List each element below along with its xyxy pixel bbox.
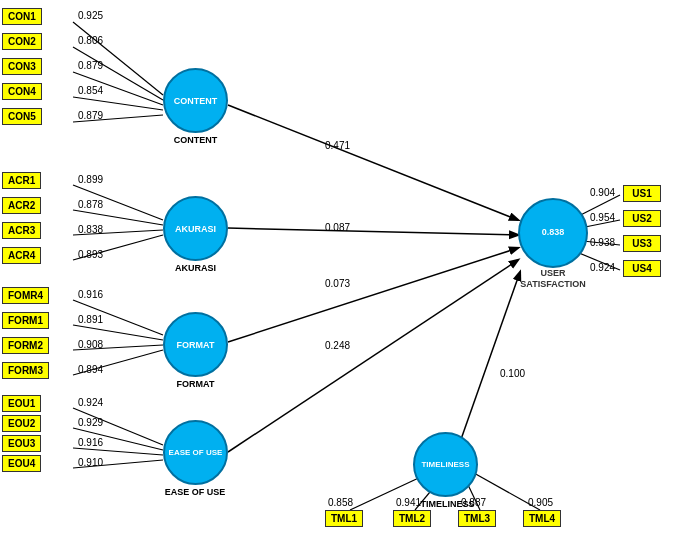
tml4-loading: 0.905: [528, 497, 553, 508]
tml4-box: TML4: [523, 510, 561, 527]
tml1-loading: 0.858: [328, 497, 353, 508]
eou2-box: EOU2: [2, 415, 41, 432]
eou4-box: EOU4: [2, 455, 41, 472]
path-content-sat: 0.471: [325, 140, 350, 151]
us1-box: US1: [623, 185, 661, 202]
acr3-loading: 0.838: [78, 224, 103, 235]
con3-loading: 0.879: [78, 60, 103, 71]
form3-loading: 0.894: [78, 364, 103, 375]
con3-box: CON3: [2, 58, 42, 75]
acr1-box: ACR1: [2, 172, 41, 189]
us2-box: US2: [623, 210, 661, 227]
eou1-box: EOU1: [2, 395, 41, 412]
svg-line-10: [73, 325, 163, 340]
path-timeliness-sat: 0.100: [500, 368, 525, 379]
svg-line-29: [453, 272, 520, 462]
con1-loading: 0.925: [78, 10, 103, 21]
form2-loading: 0.908: [78, 339, 103, 350]
path-eou-sat: 0.248: [325, 340, 350, 351]
form1-loading: 0.891: [78, 314, 103, 325]
acr1-loading: 0.899: [78, 174, 103, 185]
timeliness-circle: TIMELINESS: [413, 432, 478, 497]
us4-box: US4: [623, 260, 661, 277]
svg-line-6: [73, 210, 163, 225]
content-label: CONTENT: [163, 135, 228, 145]
us2-loading: 0.954: [590, 212, 615, 223]
con1-box: CON1: [2, 8, 42, 25]
satisfaction-circle: 0.838: [518, 198, 588, 268]
svg-line-28: [228, 260, 518, 452]
us3-box: US3: [623, 235, 661, 252]
acr2-loading: 0.878: [78, 199, 103, 210]
con4-loading: 0.854: [78, 85, 103, 96]
eou-circle: EASE OF USE: [163, 420, 228, 485]
tml1-box: TML1: [325, 510, 363, 527]
fomr4-box: FOMR4: [2, 287, 49, 304]
eou-label: EASE OF USE: [155, 487, 235, 497]
form3-box: FORM3: [2, 362, 49, 379]
akurasi-circle: AKURASI: [163, 196, 228, 261]
eou3-loading: 0.916: [78, 437, 103, 448]
con2-loading: 0.806: [78, 35, 103, 46]
form2-box: FORM2: [2, 337, 49, 354]
eou3-box: EOU3: [2, 435, 41, 452]
path-format-sat: 0.073: [325, 278, 350, 289]
acr4-loading: 0.893: [78, 249, 103, 260]
form1-box: FORM1: [2, 312, 49, 329]
path-diagram: CON1 CON2 CON3 CON4 CON5 0.925 0.806 0.8…: [0, 0, 700, 555]
path-akurasi-sat: 0.087: [325, 222, 350, 233]
timeliness-label: TIMELINESS: [410, 499, 485, 509]
svg-line-26: [228, 228, 518, 235]
svg-line-27: [228, 248, 518, 342]
eou2-loading: 0.929: [78, 417, 103, 428]
content-circle: CONTENT: [163, 68, 228, 133]
svg-line-3: [73, 97, 163, 110]
acr3-box: ACR3: [2, 222, 41, 239]
con5-box: CON5: [2, 108, 42, 125]
acr4-box: ACR4: [2, 247, 41, 264]
tml3-box: TML3: [458, 510, 496, 527]
format-label: FORMAT: [163, 379, 228, 389]
us1-loading: 0.904: [590, 187, 615, 198]
acr2-box: ACR2: [2, 197, 41, 214]
fomr4-loading: 0.916: [78, 289, 103, 300]
eou4-loading: 0.910: [78, 457, 103, 468]
us3-loading: 0.938: [590, 237, 615, 248]
eou1-loading: 0.924: [78, 397, 103, 408]
con4-box: CON4: [2, 83, 42, 100]
sat-text-label: USERSATISFACTION: [512, 268, 594, 290]
tml2-box: TML2: [393, 510, 431, 527]
akurasi-label: AKURASI: [163, 263, 228, 273]
format-circle: FORMAT: [163, 312, 228, 377]
svg-line-15: [73, 448, 163, 455]
svg-line-25: [228, 105, 518, 220]
con5-loading: 0.879: [78, 110, 103, 121]
con2-box: CON2: [2, 33, 42, 50]
